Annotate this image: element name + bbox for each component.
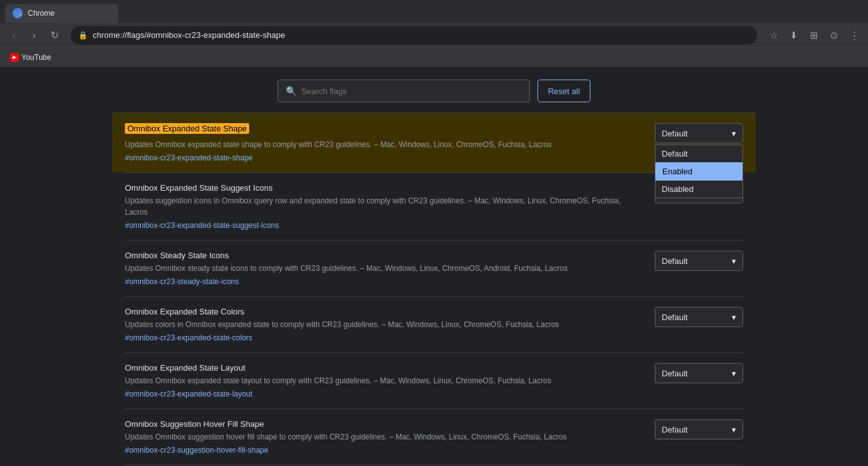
lock-icon: 🔒 — [78, 31, 88, 40]
flag-desc: Updates suggestion icons in Omnibox quer… — [125, 195, 642, 218]
profile-button[interactable]: ⊙ — [825, 27, 843, 44]
dropdown-selected-label: Default — [662, 256, 688, 266]
search-box[interactable]: 🔍 — [278, 80, 530, 102]
svg-point-1 — [16, 11, 20, 15]
extension-button[interactable]: ⊞ — [805, 27, 823, 44]
dropdown-button[interactable]: Default ▾ — [655, 251, 743, 271]
flag-info: Omnibox Expanded State Layout Updates Om… — [125, 363, 642, 398]
chevron-down-icon: ▾ — [732, 256, 736, 266]
flag-item: Omnibox Expanded State Shape Updates Omn… — [112, 112, 756, 172]
flag-title: Omnibox Steady State Icons — [125, 251, 642, 260]
dropdown-option-default[interactable]: Default — [655, 145, 742, 162]
reload-button[interactable]: ↻ — [45, 27, 63, 44]
dropdown-option-disabled[interactable]: Disabled — [655, 181, 742, 198]
flag-info: Omnibox Steady State Icons Updates Omnib… — [125, 251, 642, 286]
browser-frame: Chrome ‹ › ↻ 🔒 chrome://flags/#omnibox-c… — [0, 0, 868, 466]
chevron-down-icon: ▾ — [732, 313, 736, 322]
flag-desc: Updates Omnibox steady state icons to co… — [125, 263, 642, 274]
dropdown-selected-label: Default — [662, 425, 688, 434]
chrome-logo-icon — [13, 9, 22, 18]
bookmark-youtube[interactable]: ▶ YouTube — [5, 51, 56, 64]
flag-control: Default ▾ — [655, 419, 743, 439]
flag-desc: Updates Omnibox expanded state shape to … — [125, 139, 642, 150]
flag-item: Omnibox Suggestion Hover Fill Shape Upda… — [125, 409, 743, 465]
bookmark-youtube-label: YouTube — [21, 53, 51, 62]
tab-favicon — [13, 8, 23, 18]
back-button[interactable]: ‹ — [5, 27, 23, 44]
tab-bar: Chrome — [0, 0, 868, 23]
chevron-down-icon: ▾ — [732, 425, 736, 434]
flag-title: Omnibox Expanded State Shape — [125, 123, 642, 136]
flag-control: Default ▾ Default Enabled Disabled — [655, 123, 743, 143]
flag-item: Omnibox Steady State Icons Updates Omnib… — [125, 240, 743, 296]
flag-title: Omnibox Expanded State Suggest Icons — [125, 183, 642, 193]
search-icon: 🔍 — [286, 86, 296, 96]
chevron-down-icon: ▾ — [732, 369, 736, 378]
flag-info: Omnibox Expanded State Colors Updates co… — [125, 307, 642, 342]
page-content: 🔍 Reset all Omnibox Expanded State Shape… — [0, 67, 868, 466]
reset-all-button[interactable]: Reset all — [537, 80, 591, 102]
flag-title-highlighted: Omnibox Expanded State Shape — [125, 123, 249, 134]
flag-control: Default ▾ — [655, 307, 743, 327]
flag-info: Omnibox Suggestion Hover Fill Shape Upda… — [125, 419, 642, 455]
flag-item: Omnibox Expanded State Colors Updates co… — [125, 296, 743, 352]
flag-desc: Updates colors in Omnibox expanded state… — [125, 319, 642, 330]
omnibox-url: chrome://flags/#omnibox-cr23-expanded-st… — [93, 30, 285, 40]
dropdown-button[interactable]: Default ▾ — [655, 419, 743, 439]
menu-button[interactable]: ⋮ — [845, 27, 863, 44]
bookmark-bar: ▶ YouTube — [0, 48, 868, 67]
dropdown-button[interactable]: Default ▾ — [655, 307, 743, 327]
tab-title: Chrome — [28, 9, 55, 18]
flags-list: Omnibox Expanded State Shape Updates Omn… — [112, 112, 756, 466]
flag-link[interactable]: #omnibox-cr23-expanded-state-colors — [125, 333, 252, 342]
svg-line-3 — [20, 15, 21, 16]
flag-title: Omnibox Expanded State Colors — [125, 307, 642, 316]
download-button[interactable]: ⬇ — [785, 27, 802, 44]
dropdown-button[interactable]: Default ▾ — [655, 123, 743, 143]
dropdown-selected-label: Default — [662, 313, 688, 322]
flag-item: Omnibox Expanded State Suggest Icons Upd… — [125, 172, 743, 240]
flag-item: Omnibox Expanded State Layout Updates Om… — [125, 352, 743, 409]
svg-line-4 — [15, 15, 16, 16]
forward-button[interactable]: › — [25, 27, 43, 44]
dropdown-selected-label: Default — [662, 129, 688, 138]
dropdown-button[interactable]: Default ▾ — [655, 363, 743, 383]
flag-link[interactable]: #omnibox-cr23-suggestion-hover-fill-shap… — [125, 446, 268, 455]
star-button[interactable]: ☆ — [765, 27, 782, 44]
flag-link[interactable]: #omnibox-cr23-expanded-state-layout — [125, 390, 252, 398]
toolbar-right: ☆ ⬇ ⊞ ⊙ ⋮ — [765, 27, 863, 44]
flag-link[interactable]: #omnibox-cr23-steady-state-icons — [125, 277, 239, 286]
flag-control: Default ▾ — [655, 251, 743, 271]
flag-link[interactable]: #omnibox-cr23-expanded-state-suggest-ico… — [125, 221, 279, 230]
flag-title: Omnibox Expanded State Layout — [125, 363, 642, 373]
flag-title: Omnibox Suggestion Hover Fill Shape — [125, 419, 642, 429]
flags-search-bar: 🔍 Reset all — [0, 67, 868, 112]
youtube-favicon-icon: ▶ — [10, 53, 19, 62]
flag-desc: Updates Omnibox suggestion hover fill sh… — [125, 431, 642, 443]
search-input[interactable] — [302, 87, 522, 96]
dropdown-selected-label: Default — [662, 369, 688, 378]
dropdown-option-enabled[interactable]: Enabled — [655, 162, 742, 181]
flag-control: Default ▾ — [655, 363, 743, 383]
flag-link[interactable]: #omnibox-cr23-expanded-state-shape — [125, 153, 253, 162]
chevron-down-icon: ▾ — [732, 129, 736, 138]
address-bar[interactable]: 🔒 chrome://flags/#omnibox-cr23-expanded-… — [71, 26, 757, 45]
flag-info: Omnibox Expanded State Suggest Icons Upd… — [125, 183, 642, 230]
active-tab[interactable]: Chrome — [5, 4, 119, 23]
flag-desc: Updates Omnibox expanded state layout to… — [125, 375, 642, 386]
flag-info: Omnibox Expanded State Shape Updates Omn… — [125, 123, 642, 162]
toolbar: ‹ › ↻ 🔒 chrome://flags/#omnibox-cr23-exp… — [0, 23, 868, 48]
dropdown-menu: Default Enabled Disabled — [655, 145, 743, 198]
